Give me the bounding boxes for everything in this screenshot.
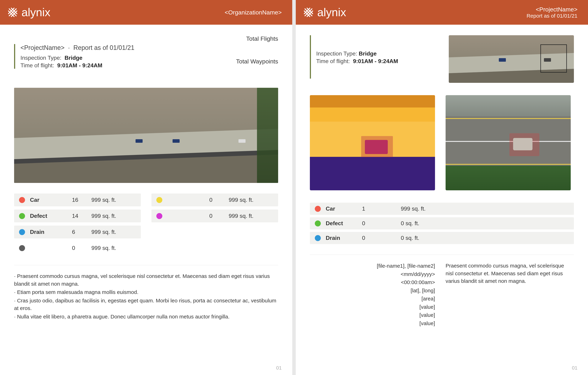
brand-name: alynix (317, 6, 346, 19)
header-project-name: <ProjectName> (526, 6, 578, 13)
header-report-date: 01/01/21 (557, 13, 578, 19)
overview-thumbnail (449, 35, 574, 83)
hero-image-bridge (14, 88, 278, 183)
label-row: Defect00 sq. ft. (310, 217, 574, 229)
page-header: alynix <ProjectName> Report as of 01/01/… (296, 0, 588, 25)
report-as-of-label: Report as of (73, 44, 108, 51)
time-of-flight-label: Time of flight: (21, 62, 54, 69)
label-swatch-icon (19, 245, 25, 251)
label-swatch-icon (156, 197, 162, 203)
inspection-type-label: Inspection Type: (316, 50, 357, 57)
label-swatch-icon (19, 197, 25, 203)
rgb-image (446, 95, 571, 190)
note-item: · Praesent commodo cursus magna, vel sce… (14, 272, 278, 288)
label-count: 0 (362, 220, 401, 227)
report-page-1: alynix <OrganizationName> <ProjectName> … (0, 0, 292, 375)
label-area: 999 sq. ft. (92, 229, 136, 235)
page-number: 01 (572, 365, 578, 371)
label-row: Car1999 sq. ft. (310, 203, 574, 215)
metadata-line: [value] (310, 311, 435, 319)
label-area: 999 sq. ft. (92, 197, 136, 203)
metadata-line: <00:00:00am> (310, 278, 435, 287)
project-name: <ProjectName> (21, 44, 64, 51)
label-row: Drain6999 sq. ft. (14, 226, 141, 239)
label-summary-list: Car1999 sq. ft.Defect00 sq. ft.Drain00 s… (310, 203, 574, 244)
brand-mark-icon (7, 7, 18, 18)
metadata-line: [area] (310, 295, 435, 303)
project-info-block: <ProjectName> · Report as of 01/01/21 In… (14, 44, 134, 69)
metadata-line: [value] (310, 319, 435, 328)
header-org-name: <OrganizationName> (225, 9, 282, 16)
header-project-info: <ProjectName> Report as of 01/01/21 (526, 6, 578, 19)
note-item: · Cras justo odio, dapibus ac facilisis … (14, 297, 278, 312)
brand-name: alynix (21, 6, 50, 19)
metadata-line: [lat], [long] (310, 287, 435, 295)
metadata-line: [file-name1], [file-name2] (310, 262, 435, 270)
inspection-type-value: Bridge (64, 55, 82, 61)
brand-logo: alynix (303, 6, 346, 19)
label-row: 0999 sq. ft. (151, 194, 278, 206)
label-area: 0 sq. ft. (401, 235, 569, 241)
label-name: Defect (323, 220, 362, 227)
label-swatch-icon (315, 220, 321, 227)
label-row: 0999 sq. ft. (14, 242, 141, 254)
page-content: <ProjectName> · Report as of 01/01/21 In… (0, 25, 292, 375)
time-of-flight-value: 9:01AM - 9:24AM (353, 58, 398, 64)
brand-logo: alynix (7, 6, 50, 19)
metadata-line: [value] (310, 303, 435, 311)
label-name: Car (28, 197, 72, 203)
label-count: 0 (210, 197, 229, 203)
label-area: 999 sq. ft. (92, 213, 136, 219)
label-area: 999 sq. ft. (92, 245, 136, 251)
label-count: 0 (210, 213, 229, 219)
label-count: 16 (72, 197, 92, 203)
label-count: 6 (72, 229, 92, 235)
label-swatch-icon (19, 213, 25, 219)
label-name: Drain (323, 235, 362, 241)
page-header: alynix <OrganizationName> (0, 0, 292, 25)
separator-dot: · (68, 44, 70, 51)
totals-block: Total Flights Total Waypoints (236, 35, 278, 81)
label-row: Car16999 sq. ft. (14, 194, 141, 206)
label-name: Drain (28, 229, 72, 235)
label-row: Defect14999 sq. ft. (14, 209, 141, 222)
header-report-label: Report as of (526, 13, 555, 19)
note-item: · Nulla vitae elit libero, a pharetra au… (14, 313, 278, 321)
thermal-image (310, 95, 435, 190)
report-page-2: alynix <ProjectName> Report as of 01/01/… (296, 0, 588, 375)
label-area: 999 sq. ft. (229, 197, 273, 203)
label-swatch-icon (315, 206, 321, 212)
capture-description: Praesent commodo cursus magna, vel scele… (446, 262, 571, 327)
total-flights-label: Total Flights (236, 35, 278, 42)
note-item: · Etiam porta sem malesuada magna mollis… (14, 288, 278, 296)
label-area: 999 sq. ft. (401, 206, 569, 212)
time-of-flight-label: Time of flight: (316, 58, 350, 64)
label-count: 14 (72, 213, 92, 219)
label-count: 1 (362, 206, 401, 212)
label-area: 0 sq. ft. (401, 220, 569, 227)
notes-list: · Praesent commodo cursus magna, vel sce… (14, 272, 278, 320)
capture-metadata: [file-name1], [file-name2]<mm/dd/yyyy><0… (310, 262, 435, 327)
image-pair (310, 95, 574, 190)
metadata-line: <mm/dd/yyyy> (310, 270, 435, 278)
total-waypoints-label: Total Waypoints (236, 58, 278, 65)
label-area: 999 sq. ft. (229, 213, 273, 219)
label-swatch-icon (315, 235, 321, 241)
label-row: 0999 sq. ft. (151, 209, 278, 222)
label-count: 0 (72, 245, 92, 251)
inspection-type-value: Bridge (359, 50, 377, 57)
project-info-block: Inspection Type: Bridge Time of flight: … (310, 35, 398, 79)
label-row: Drain00 sq. ft. (310, 232, 574, 244)
page-content: Inspection Type: Bridge Time of flight: … (296, 25, 588, 375)
label-summary-grid: Car16999 sq. ft.0999 sq. ft.Defect14999 … (14, 194, 278, 254)
inspection-type-label: Inspection Type: (21, 55, 61, 61)
brand-mark-icon (303, 7, 314, 18)
label-name: Car (323, 206, 362, 212)
page-number: 01 (276, 365, 282, 371)
label-count: 0 (362, 235, 401, 241)
label-swatch-icon (19, 229, 25, 235)
divider (310, 255, 574, 255)
time-of-flight-value: 9:01AM - 9:24AM (57, 62, 102, 69)
detection-box-icon (540, 44, 567, 73)
label-swatch-icon (156, 213, 162, 219)
